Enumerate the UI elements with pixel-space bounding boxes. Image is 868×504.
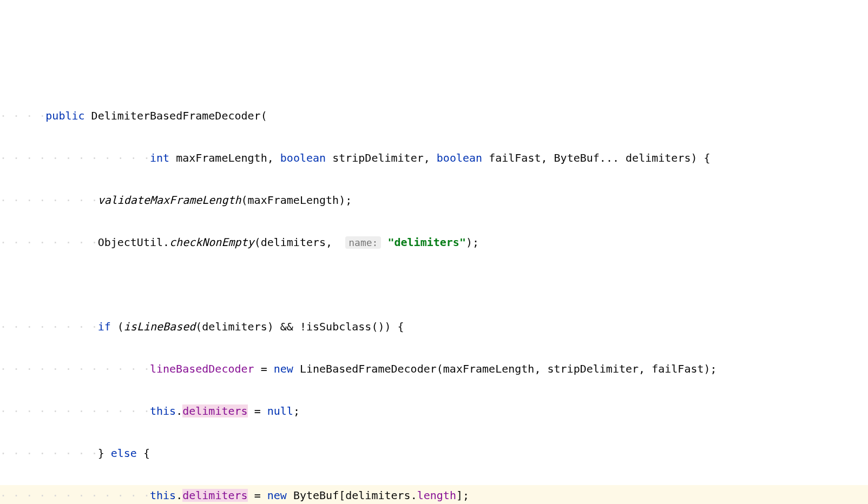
code-line[interactable]: · · · · · · · · · · · ·int maxFrameLengt… <box>0 148 868 169</box>
method-call: checkNonEmpty <box>169 236 254 249</box>
indent: · · · · · · · · <box>0 236 98 249</box>
brace: { <box>704 151 711 164</box>
brace: { <box>398 320 404 333</box>
op-eq: = <box>254 489 261 502</box>
indent: · · · · · · · · <box>0 194 98 207</box>
kw-new: new <box>274 362 293 375</box>
args: (maxFrameLength); <box>241 194 352 207</box>
kw-this: this <box>150 489 176 502</box>
indent: · · · · · · · · · · · · <box>0 404 150 417</box>
space <box>391 320 398 333</box>
param: maxFrameLength, <box>176 151 274 164</box>
indent: · · · · · · · · <box>0 320 98 333</box>
op-eq: = <box>261 362 267 375</box>
space <box>274 320 280 333</box>
method-name: DelimiterBasedFrameDecoder <box>91 109 261 122</box>
space <box>326 151 332 164</box>
param-type: ByteBuf... <box>554 151 619 164</box>
space <box>381 236 387 249</box>
param: delimiters) <box>626 151 697 164</box>
space <box>482 151 489 164</box>
arg: stripDelimiter, <box>548 362 646 375</box>
class-ref: ObjectUtil. <box>98 236 169 249</box>
ctor-call: LineBasedFrameDecoder(maxFrameLength, <box>300 362 541 375</box>
space <box>261 489 267 502</box>
paren: ( <box>117 320 124 333</box>
space <box>293 320 300 333</box>
dot: . <box>176 404 182 417</box>
space <box>248 489 254 502</box>
kw-boolean: boolean <box>280 151 326 164</box>
code-line[interactable]: · · · · · · · · · · · ·lineBasedDecoder … <box>0 359 868 380</box>
space <box>287 489 293 502</box>
args: ); <box>466 236 479 249</box>
semi: ; <box>293 404 300 417</box>
field-ref: length <box>417 489 456 502</box>
code-line-highlighted[interactable]: · · · · · · · · · · · ·this.delimiters =… <box>0 485 868 504</box>
op-eq: = <box>254 404 261 417</box>
space <box>254 362 261 375</box>
code-line[interactable]: · · · · · · · · · · · ·this.delimiters =… <box>0 401 868 422</box>
kw-public: public <box>45 109 84 122</box>
space <box>169 151 176 164</box>
space <box>267 362 274 375</box>
space <box>293 362 300 375</box>
string-literal: "delimiters" <box>387 236 466 249</box>
indent: · · · · · · · · · · · · <box>0 151 150 164</box>
space <box>261 404 267 417</box>
method-call: validateMaxFrameLength <box>98 194 241 207</box>
code-line[interactable]: · · · · · · · ·validateMaxFrameLength(ma… <box>0 190 868 211</box>
kw-int: int <box>150 151 169 164</box>
field-ref: delimiters <box>182 404 247 417</box>
brace: } <box>98 447 104 460</box>
kw-else: else <box>111 447 137 460</box>
close: ]; <box>456 489 469 502</box>
arg: failFast); <box>652 362 716 375</box>
space <box>104 447 111 460</box>
space <box>332 236 339 249</box>
space <box>548 151 554 164</box>
kw-if: if <box>98 320 111 333</box>
op-and: && <box>280 320 293 333</box>
kw-boolean: boolean <box>437 151 482 164</box>
space <box>85 109 91 122</box>
indent: · · · · <box>0 109 45 122</box>
field-ref: delimiters <box>182 489 247 502</box>
paren: ( <box>261 109 267 122</box>
dot: . <box>176 489 182 502</box>
space <box>274 151 280 164</box>
args: (delimiters, <box>254 236 333 249</box>
indent: · · · · · · · · · · · · <box>0 362 150 375</box>
field-ref: lineBasedDecoder <box>150 362 254 375</box>
space <box>430 151 437 164</box>
space <box>111 320 117 333</box>
indent: · · · · · · · · · · · · <box>0 489 150 502</box>
kw-new: new <box>267 489 287 502</box>
space <box>645 362 652 375</box>
method-call: isLineBased <box>124 320 195 333</box>
space <box>698 151 704 164</box>
space <box>248 404 254 417</box>
param: failFast, <box>489 151 547 164</box>
brace: { <box>143 447 150 460</box>
args: (delimiters) <box>195 320 274 333</box>
param: stripDelimiter, <box>332 151 430 164</box>
code-line[interactable]: · · · · · · · ·ObjectUtil.checkNonEmpty(… <box>0 232 868 253</box>
space <box>541 362 547 375</box>
expr: !isSubclass()) <box>300 320 391 333</box>
space <box>137 447 143 460</box>
kw-null: null <box>267 404 293 417</box>
indent: · · · · · · · · <box>0 447 98 460</box>
code-line[interactable]: · · · ·public DelimiterBasedFrameDecoder… <box>0 105 868 127</box>
inline-hint: name: <box>345 236 381 249</box>
code-line[interactable]: · · · · · · · ·} else { <box>0 443 868 464</box>
kw-this: this <box>150 404 176 417</box>
code-line[interactable] <box>0 274 868 295</box>
code-line[interactable]: · · · · · · · ·if (isLineBased(delimiter… <box>0 316 868 337</box>
space <box>619 151 626 164</box>
code-editor[interactable]: · · · ·public DelimiterBasedFrameDecoder… <box>0 84 868 504</box>
type: ByteBuf[delimiters. <box>293 489 417 502</box>
